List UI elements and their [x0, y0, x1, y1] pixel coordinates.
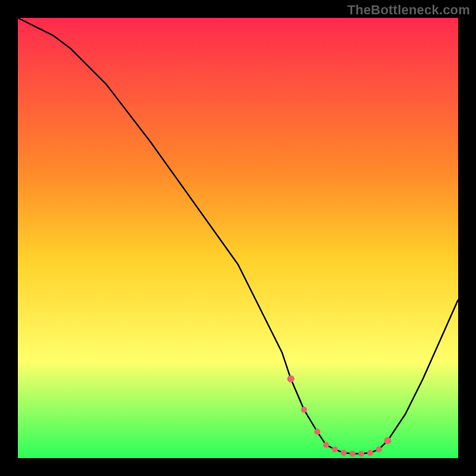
sweet-spot-marker	[341, 450, 347, 456]
sweet-spot-marker	[332, 446, 338, 452]
sweet-spot-marker	[349, 451, 355, 457]
bottleneck-chart	[0, 0, 476, 476]
sweet-spot-marker	[301, 407, 307, 413]
sweet-spot-marker	[287, 375, 295, 383]
plot-area	[18, 18, 458, 458]
sweet-spot-marker	[314, 429, 320, 435]
chart-container: { "watermark": "TheBottleneck.com", "col…	[0, 0, 476, 476]
sweet-spot-marker	[358, 451, 364, 457]
sweet-spot-marker	[323, 442, 329, 448]
sweet-spot-marker	[367, 450, 373, 456]
sweet-spot-marker	[384, 437, 392, 444]
watermark-text: TheBottleneck.com	[347, 2, 470, 18]
sweet-spot-marker	[376, 446, 382, 452]
